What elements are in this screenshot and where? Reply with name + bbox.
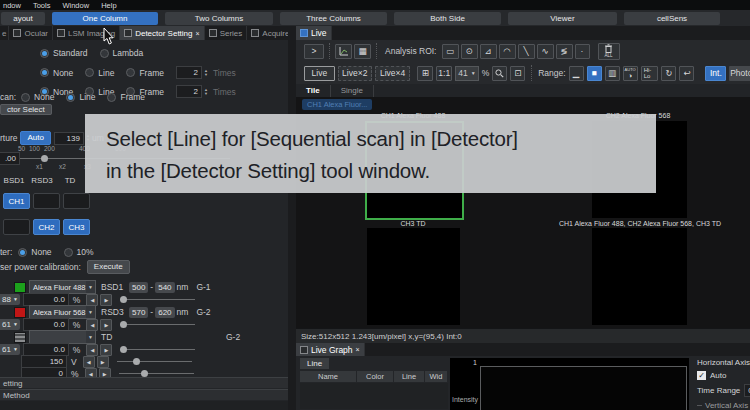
roi-line-icon[interactable]: ╲ — [518, 44, 535, 59]
ch2-detector-button[interactable]: CH2 — [33, 219, 60, 235]
avg2-count-input[interactable]: 2 — [176, 85, 202, 98]
pixel-view-icon[interactable]: ⊡ — [510, 66, 525, 81]
section-method[interactable]: Method — [0, 389, 288, 400]
zoom-slider-thumb[interactable] — [41, 155, 48, 162]
one-column-button[interactable]: One Column — [52, 12, 158, 25]
selected-channel-label[interactable]: CH1 Alexa Fluor... — [302, 99, 372, 110]
live-x2-button[interactable]: Live×2 — [338, 66, 372, 81]
tab-live-graph[interactable]: Live Graph × — [296, 343, 365, 356]
menu-window-partial[interactable]: ndow — [3, 1, 21, 10]
ch3-power-slider[interactable] — [120, 349, 195, 350]
line-table-body[interactable] — [300, 383, 448, 409]
photon-mode-button[interactable]: Photon — [729, 66, 750, 81]
spinner-icon[interactable]: ▲▼ — [204, 69, 208, 77]
tile-ch3-image[interactable] — [367, 228, 460, 325]
live-graph-plot[interactable]: 1 Intensity — [450, 358, 689, 410]
seq-none-radio[interactable] — [21, 93, 30, 102]
auto-contrast-icon[interactable]: AUTO ◑ — [623, 66, 638, 81]
tab-ocular[interactable]: Ocular — [9, 26, 53, 40]
roi-polyline-icon[interactable]: ≶ — [556, 44, 573, 59]
fit-to-window-icon[interactable]: ⊞ — [417, 66, 433, 81]
ch2-power-slider[interactable] — [120, 324, 195, 325]
graph-view-icon[interactable] — [335, 44, 352, 59]
viewer-button[interactable]: Viewer — [508, 12, 617, 25]
ch2-range-from[interactable]: 570 — [129, 307, 148, 318]
ch1-range-from[interactable]: 500 — [129, 282, 148, 293]
single-tab[interactable]: Single — [331, 85, 374, 97]
close-icon[interactable]: × — [356, 346, 360, 353]
ch2-range-to[interactable]: 620 — [155, 307, 174, 318]
delete-all-roi-button[interactable]: ALL — [598, 43, 620, 60]
filter-none-radio[interactable] — [18, 248, 27, 257]
avg1-count-input[interactable]: 2 — [176, 66, 202, 79]
live-button[interactable]: Live — [304, 66, 335, 81]
time-range-input[interactable]: 000 — [744, 384, 750, 397]
step-left-icon[interactable]: ◀ — [86, 344, 98, 356]
range-high-icon[interactable]: ▥ — [605, 66, 620, 81]
detector-cell[interactable] — [3, 219, 30, 235]
range-low-icon[interactable]: ▁ — [569, 66, 584, 81]
ch3-dye-select[interactable]: ▼ — [29, 330, 96, 344]
range-mid-icon[interactable]: ■ — [587, 66, 602, 81]
tab-series[interactable]: Series — [205, 26, 248, 40]
cellsens-button[interactable]: cellSens — [624, 12, 720, 25]
roi-freehand-icon[interactable]: ◠ — [499, 44, 516, 59]
roi-circle-icon[interactable]: ⊙ — [461, 44, 478, 59]
play-icon[interactable]: > — [304, 44, 324, 59]
ch1-color-swatch[interactable] — [14, 282, 26, 293]
ch2-dye-select[interactable]: Alexa Fluor 568▼ — [29, 305, 96, 319]
avg1-frame-radio[interactable] — [126, 68, 135, 77]
step-left-icon[interactable]: ◀ — [86, 294, 98, 306]
ch1-dye-select[interactable]: Alexa Fluor 488▼ — [29, 280, 96, 294]
hi-lo-button[interactable]: Hi-Lo — [641, 66, 659, 81]
intensity-mode-button[interactable]: Int. — [705, 66, 726, 81]
close-icon[interactable]: × — [196, 30, 200, 37]
live-x4-button[interactable]: Live×4 — [375, 66, 411, 81]
slider-thumb[interactable] — [133, 358, 140, 365]
tab-live[interactable]: Live — [296, 26, 332, 40]
roi-point-icon[interactable]: · — [575, 44, 590, 59]
detector-cell[interactable] — [33, 193, 60, 209]
lambda-radio[interactable] — [100, 49, 109, 58]
roi-curve-icon[interactable]: ∿ — [537, 44, 554, 59]
filter-10-radio[interactable] — [64, 248, 73, 257]
roi-rectangle-icon[interactable]: ▭ — [442, 44, 459, 59]
three-columns-button[interactable]: Three Columns — [280, 12, 387, 25]
slider-thumb[interactable] — [120, 346, 127, 353]
avg1-line-radio[interactable] — [85, 68, 94, 77]
offset-slider[interactable] — [119, 373, 194, 374]
slider-thumb[interactable] — [120, 296, 127, 303]
two-columns-button[interactable]: Two Columns — [165, 12, 273, 25]
step-right-icon[interactable]: ▶ — [100, 344, 112, 356]
section-setting[interactable]: etting — [0, 377, 288, 388]
both-side-button[interactable]: Both Side — [394, 12, 501, 25]
step-right-icon[interactable]: ▶ — [100, 294, 112, 306]
ch1-laser-select[interactable]: 88▼ — [0, 294, 20, 305]
step-right-icon[interactable]: ▶ — [100, 319, 112, 331]
ch3-color-swatch[interactable] — [14, 332, 26, 343]
menu-window[interactable]: Window — [62, 1, 89, 10]
zoom-value-input[interactable]: .00 — [0, 152, 20, 165]
step-left-icon[interactable]: ◀ — [86, 319, 98, 331]
one-to-one-button[interactable]: 1:1 — [436, 66, 452, 81]
zoom-level-select[interactable]: 41 ▼ — [455, 66, 478, 81]
roi-polygon-icon[interactable]: ⊿ — [480, 44, 497, 59]
seq-frame-radio[interactable] — [107, 93, 116, 102]
step-left-icon[interactable]: ◀ — [83, 356, 95, 368]
menu-help[interactable]: Help — [101, 1, 116, 10]
aperture-auto-button[interactable]: Auto — [20, 131, 50, 145]
auto-checkbox[interactable]: ✓ — [697, 371, 706, 380]
layout-button[interactable]: ayout — [1, 12, 45, 25]
undo-icon[interactable]: ↩ — [679, 66, 694, 81]
tile-overlay-image[interactable] — [592, 228, 687, 325]
execute-button[interactable]: Execute — [87, 260, 130, 274]
refresh-icon[interactable]: ↻ — [661, 66, 676, 81]
hv-slider[interactable] — [117, 361, 192, 362]
ch2-laser-select[interactable]: 61▼ — [0, 319, 20, 330]
grid-view-icon[interactable]: ▦ — [354, 44, 371, 59]
tile-tab[interactable]: Tile — [296, 85, 331, 97]
ch1-power-slider[interactable] — [120, 299, 195, 300]
slider-thumb[interactable] — [120, 321, 127, 328]
menu-tools[interactable]: Tools — [33, 1, 51, 10]
tab-partial[interactable]: e — [0, 26, 9, 40]
